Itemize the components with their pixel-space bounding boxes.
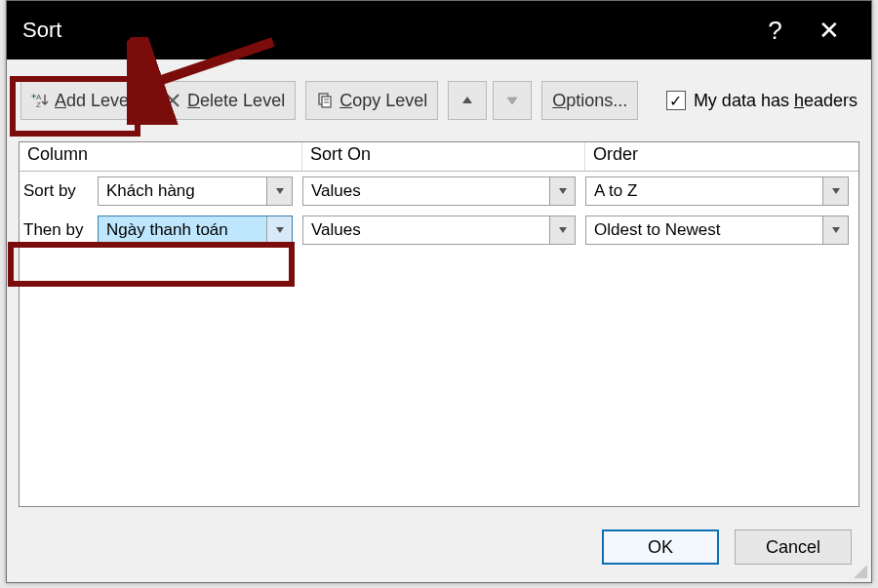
column-value: Ngày thanh toán — [99, 220, 266, 240]
delete-level-icon — [164, 92, 181, 109]
headers-checkbox-wrap[interactable]: ✓ My data has headers — [666, 91, 858, 111]
delete-level-button[interactable]: Delete Level — [153, 81, 296, 120]
chevron-down-icon — [822, 177, 848, 205]
svg-marker-13 — [559, 227, 567, 233]
close-button[interactable]: ✕ — [802, 16, 856, 46]
svg-text:Z: Z — [36, 100, 41, 109]
delete-level-label: Delete Level — [187, 91, 285, 111]
sort-level-row: Sort by Khách hàng Values A to Z — [20, 172, 858, 211]
add-level-label: Add Level — [55, 91, 133, 111]
headers-checkbox[interactable]: ✓ — [666, 91, 686, 110]
copy-level-button[interactable]: Copy Level — [305, 81, 438, 120]
sort-level-row: Then by Ngày thanh toán Values Oldest to… — [20, 211, 858, 250]
grid-header-row: Column Sort On Order — [20, 142, 858, 172]
chevron-down-icon — [266, 177, 292, 205]
order-value: Oldest to Newest — [586, 220, 822, 240]
order-value: A to Z — [586, 181, 822, 201]
options-label: Options... — [552, 91, 627, 111]
sort-toolbar: + A Z Add Level Delete Level — [7, 59, 871, 141]
sort-level-grid: Column Sort On Order Sort by Khách hàng … — [19, 141, 859, 507]
svg-marker-14 — [832, 227, 840, 233]
svg-marker-11 — [832, 188, 840, 194]
copy-level-icon — [316, 92, 334, 109]
sorton-dropdown[interactable]: Values — [302, 176, 576, 206]
column-dropdown[interactable]: Ngày thanh toán — [98, 216, 293, 245]
dialog-footer: OK Cancel — [7, 507, 871, 582]
sorton-dropdown[interactable]: Values — [302, 216, 576, 245]
move-down-button[interactable] — [493, 81, 532, 120]
order-dropdown[interactable]: A to Z — [585, 176, 849, 206]
sort-dialog: Sort ? ✕ + A Z Add Level Delete Level — [6, 0, 872, 583]
column-dropdown[interactable]: Khách hàng — [98, 176, 293, 206]
svg-marker-9 — [276, 188, 284, 194]
headers-label: My data has headers — [694, 91, 858, 111]
row-label: Sort by — [20, 181, 98, 201]
sorton-value: Values — [303, 181, 549, 201]
row-label: Then by — [20, 220, 98, 240]
add-level-icon: + A Z — [31, 92, 49, 109]
svg-marker-8 — [507, 98, 517, 104]
chevron-down-icon — [549, 177, 575, 205]
triangle-down-icon — [505, 94, 519, 107]
add-level-button[interactable]: + A Z Add Level — [20, 81, 143, 120]
options-button[interactable]: Options... — [541, 81, 638, 120]
dialog-titlebar: Sort ? ✕ — [7, 1, 871, 59]
col-header-sorton: Sort On — [302, 142, 585, 171]
help-button[interactable]: ? — [748, 16, 802, 46]
chevron-down-icon — [822, 216, 848, 244]
move-up-button[interactable] — [448, 81, 487, 120]
chevron-down-icon — [549, 216, 575, 244]
resize-grip-icon[interactable] — [854, 565, 867, 578]
copy-level-label: Copy Level — [339, 91, 427, 111]
svg-marker-12 — [276, 227, 284, 233]
col-header-order: Order — [585, 142, 858, 171]
order-dropdown[interactable]: Oldest to Newest — [585, 216, 849, 245]
col-header-column: Column — [20, 142, 302, 171]
column-value: Khách hàng — [99, 181, 266, 201]
dialog-title: Sort — [22, 18, 748, 43]
triangle-up-icon — [460, 94, 474, 107]
sorton-value: Values — [303, 220, 549, 240]
ok-button[interactable]: OK — [602, 529, 719, 565]
chevron-down-icon — [266, 216, 292, 244]
svg-marker-7 — [462, 97, 472, 103]
svg-marker-10 — [559, 188, 567, 194]
cancel-button[interactable]: Cancel — [735, 529, 852, 565]
